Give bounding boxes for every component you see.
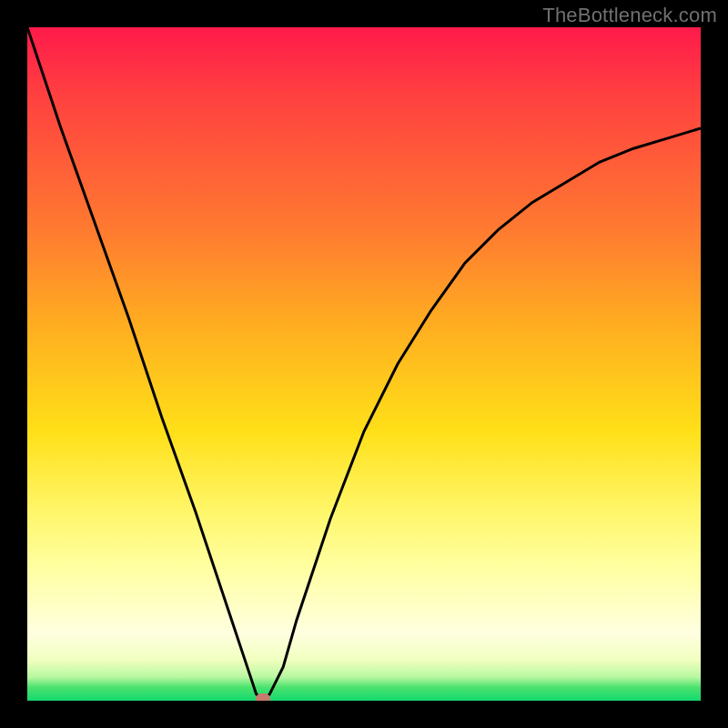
plot-area (27, 27, 701, 701)
chart-frame: TheBottleneck.com (0, 0, 728, 728)
watermark-label: TheBottleneck.com (542, 4, 717, 27)
bottleneck-curve (27, 27, 701, 701)
optimal-point-marker (256, 693, 270, 701)
